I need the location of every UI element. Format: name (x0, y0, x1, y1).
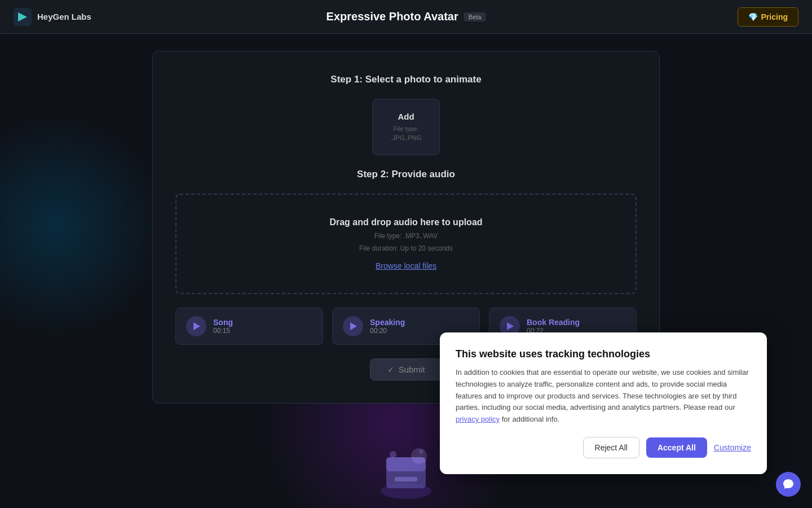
play-triangle-book-reading (507, 322, 514, 330)
audio-file-type: File type: .MP3,.WAV (374, 232, 438, 240)
play-icon-song (186, 316, 206, 336)
play-triangle-song (193, 322, 200, 330)
pricing-label: Pricing (761, 12, 788, 21)
header: HeyGen Labs Expressive Photo Avatar Beta… (0, 0, 812, 34)
heygen-logo-icon (14, 8, 32, 26)
privacy-policy-link[interactable]: privacy policy (456, 415, 500, 423)
cookie-title: This website uses tracking technologies (456, 348, 751, 360)
cookie-buttons: Reject All Accept All Customize (456, 437, 751, 458)
empty-state-illustration (367, 432, 445, 508)
svg-point-6 (411, 448, 427, 464)
audio-drop-title: Drag and drop audio here to upload (329, 217, 482, 227)
logo-area: HeyGen Labs (14, 8, 91, 26)
submit-label: Submit (399, 365, 425, 374)
diamond-icon: 💎 (748, 12, 758, 21)
svg-point-8 (419, 449, 423, 454)
audio-duration: File duration: Up to 20 seconds (359, 244, 453, 252)
browse-local-files-link[interactable]: Browse local files (376, 261, 436, 270)
chat-icon (782, 478, 795, 491)
chat-widget-button[interactable] (776, 472, 801, 497)
sample-song-name: Song (213, 318, 233, 327)
photo-add-label: Add (398, 112, 414, 121)
sample-song-duration: 00:15 (213, 327, 233, 335)
inbox-icon (375, 440, 437, 502)
check-icon: ✓ (387, 365, 394, 374)
beta-badge: Beta (464, 12, 486, 21)
svg-rect-5 (395, 477, 417, 481)
sample-song-info: Song 00:15 (213, 318, 233, 335)
photo-upload-box[interactable]: Add File type: .JPG,.PNG (372, 99, 440, 155)
step1-title: Step 1: Select a photo to animate (330, 74, 481, 85)
play-icon-speaking (343, 316, 363, 336)
sample-song-button[interactable]: Song 00:15 (175, 308, 323, 345)
sample-speaking-duration: 00:20 (370, 327, 405, 335)
sample-speaking-info: Speaking 00:20 (370, 318, 405, 335)
step2-title: Step 2: Provide audio (357, 169, 455, 180)
cookie-body-text: In addition to cookies that are essentia… (456, 368, 749, 411)
logo-text: HeyGen Labs (37, 12, 91, 21)
sample-book-reading-name: Book Reading (527, 318, 580, 327)
photo-file-type: File type: .JPG,.PNG (391, 125, 421, 142)
header-title-area: Expressive Photo Avatar Beta (326, 10, 486, 23)
play-triangle-speaking (350, 322, 357, 330)
customize-button[interactable]: Customize (714, 443, 751, 452)
cookie-body: In addition to cookies that are essentia… (456, 367, 751, 426)
accept-all-button[interactable]: Accept All (646, 437, 707, 458)
page-title: Expressive Photo Avatar (326, 10, 458, 23)
submit-button[interactable]: ✓ Submit (370, 358, 443, 380)
cookie-body-suffix: for additional info. (500, 415, 559, 423)
svg-point-7 (390, 451, 396, 458)
cookie-consent-dialog: This website uses tracking technologies … (440, 332, 767, 474)
audio-drop-zone[interactable]: Drag and drop audio here to upload File … (175, 194, 637, 294)
sample-speaking-name: Speaking (370, 318, 405, 327)
reject-all-button[interactable]: Reject All (583, 437, 639, 458)
pricing-button[interactable]: 💎 Pricing (738, 7, 798, 27)
